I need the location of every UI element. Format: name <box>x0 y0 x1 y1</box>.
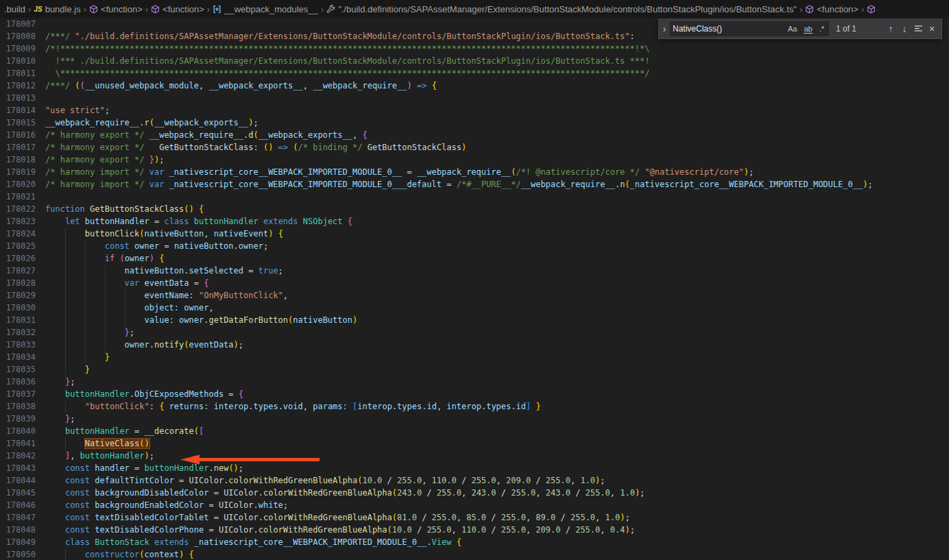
code-line[interactable]: const textDisabledColorPhone = UIColor.c… <box>36 524 949 536</box>
find-previous-button[interactable]: ↑ <box>884 22 898 36</box>
line-number[interactable]: 178034 <box>0 351 36 363</box>
code-line[interactable]: !*** ./build.definitions/SAPAssetManager… <box>36 55 949 67</box>
code-line[interactable]: if (owner) { <box>36 252 949 265</box>
code-line[interactable]: /* harmony import */ var _nativescript_c… <box>36 166 949 178</box>
code-line[interactable]: var eventData = { <box>36 277 949 289</box>
breadcrumb-item[interactable]: <function> <box>805 4 858 14</box>
find-next-button[interactable]: ↓ <box>898 22 911 36</box>
code-line[interactable]: object: owner, <box>36 302 949 314</box>
line-number[interactable]: 178049 <box>0 536 36 548</box>
line-number[interactable]: 178037 <box>0 388 36 400</box>
line-number[interactable]: 178035 <box>0 363 36 376</box>
line-number[interactable]: 178023 <box>0 215 36 228</box>
line-number[interactable]: 178046 <box>0 499 36 511</box>
line-number[interactable]: 178027 <box>0 265 36 277</box>
code-line[interactable]: }; <box>36 376 949 388</box>
breadcrumb-item[interactable]: .build <box>4 4 25 14</box>
line-number[interactable]: 178011 <box>0 67 36 80</box>
line-number[interactable]: 178012 <box>0 80 36 92</box>
line-number[interactable]: 178045 <box>0 487 36 499</box>
line-number[interactable]: 178041 <box>0 437 36 450</box>
line-number[interactable]: 178018 <box>0 154 36 166</box>
line-number[interactable]: 178030 <box>0 302 36 314</box>
line-number[interactable]: 178042 <box>0 450 36 462</box>
find-toggle-replace-chevron-icon[interactable]: › <box>659 23 670 34</box>
line-number[interactable]: 178050 <box>0 548 36 560</box>
line-number[interactable]: 178019 <box>0 166 36 178</box>
find-input[interactable]: NativeClass() Aa ab .* <box>670 21 829 36</box>
code-line[interactable]: /* harmony export */ GetButtonStackClass… <box>36 141 949 154</box>
code-line[interactable]: /*!*************************************… <box>36 42 949 55</box>
line-number[interactable]: 178038 <box>0 400 36 413</box>
line-number[interactable]: 178048 <box>0 524 36 536</box>
line-number[interactable]: 178039 <box>0 413 36 425</box>
code-line[interactable]: /* harmony export */ __webpack_require__… <box>36 129 949 141</box>
code-line[interactable]: } <box>36 351 949 363</box>
code-line[interactable]: const owner = nativeButton.owner; <box>36 240 949 252</box>
line-number[interactable]: 178025 <box>0 240 36 252</box>
code-line[interactable]: /* harmony import */ var _nativescript_c… <box>36 178 949 191</box>
line-number[interactable]: 178016 <box>0 129 36 141</box>
breadcrumb-item[interactable]: <function> <box>151 4 204 14</box>
code-line[interactable]: eventName: "OnMyButtonClick", <box>36 289 949 302</box>
code-line[interactable]: const defaultTintColor = UIColor.colorWi… <box>36 474 949 487</box>
line-number[interactable]: 178008 <box>0 30 36 42</box>
line-number[interactable]: 178007 <box>0 18 36 30</box>
code-line[interactable]: const backgroundDisabledColor = UIColor.… <box>36 487 949 499</box>
code-line[interactable] <box>36 191 949 203</box>
code-line[interactable]: } <box>36 363 949 376</box>
line-number[interactable]: 178044 <box>0 474 36 487</box>
find-close-button[interactable]: × <box>925 22 939 36</box>
line-number[interactable]: 178031 <box>0 314 36 326</box>
line-number[interactable]: 178036 <box>0 376 36 388</box>
code-line[interactable]: NativeClass() <box>36 437 949 450</box>
line-number[interactable]: 178043 <box>0 462 36 474</box>
code-line[interactable]: "buttonClick": { returns: interop.types.… <box>36 400 949 413</box>
breadcrumb-item[interactable] <box>867 5 876 14</box>
code-line[interactable]: const handler = buttonHandler.new(); <box>36 462 949 474</box>
code-line[interactable]: \***************************************… <box>36 67 949 80</box>
code-editor[interactable]: 178007178008/***/ "./build.definitions/S… <box>0 18 949 560</box>
code-line[interactable]: buttonClick(nativeButton, nativeEvent) { <box>36 228 949 240</box>
line-number[interactable]: 178020 <box>0 178 36 191</box>
line-number[interactable]: 178017 <box>0 141 36 154</box>
line-number[interactable]: 178013 <box>0 92 36 104</box>
regex-toggle-icon[interactable]: .* <box>817 24 826 34</box>
code-line[interactable]: owner.notify(eventData); <box>36 339 949 351</box>
line-number[interactable]: 178015 <box>0 117 36 129</box>
code-line[interactable] <box>36 92 949 104</box>
code-line[interactable]: const backgroundEnabledColor = UIColor.w… <box>36 499 949 511</box>
code-line[interactable]: nativeButton.setSelected = true; <box>36 265 949 277</box>
line-number[interactable]: 178010 <box>0 55 36 67</box>
breadcrumb-item[interactable]: <function> <box>89 4 143 14</box>
line-number[interactable]: 178040 <box>0 425 36 437</box>
find-in-selection-button[interactable] <box>911 22 925 36</box>
line-number[interactable]: 178029 <box>0 289 36 302</box>
whole-word-toggle-icon[interactable]: ab <box>802 24 814 34</box>
line-number[interactable]: 178021 <box>0 191 36 203</box>
code-line[interactable]: buttonHandler = __decorate([ <box>36 425 949 437</box>
code-line[interactable]: class ButtonStack extends _nativescript_… <box>36 536 949 548</box>
code-line[interactable]: /* harmony export */ }); <box>36 154 949 166</box>
line-number[interactable]: 178047 <box>0 511 36 524</box>
line-number[interactable]: 178024 <box>0 228 36 240</box>
code-line[interactable]: __webpack_require__.r(__webpack_exports_… <box>36 117 949 129</box>
code-line[interactable]: let buttonHandler = class buttonHandler … <box>36 215 949 228</box>
code-line[interactable]: "use strict"; <box>36 104 949 117</box>
breadcrumb-item[interactable]: JSbundle.js <box>34 4 80 14</box>
breadcrumb-item[interactable]: "./build.definitions/SAPAssetManager/Ext… <box>326 4 797 14</box>
code-line[interactable]: ], buttonHandler); <box>36 450 949 462</box>
line-number[interactable]: 178033 <box>0 339 36 351</box>
line-number[interactable]: 178022 <box>0 203 36 215</box>
code-line[interactable]: /***/ ((__unused_webpack_module, __webpa… <box>36 80 949 92</box>
code-line[interactable]: const textDisabledColorTablet = UIColor.… <box>36 511 949 524</box>
line-number[interactable]: 178028 <box>0 277 36 289</box>
line-number[interactable]: 178026 <box>0 252 36 265</box>
code-line[interactable]: }; <box>36 326 949 339</box>
breadcrumb-item[interactable]: __webpack_modules__ <box>213 4 318 14</box>
line-number[interactable]: 178009 <box>0 42 36 55</box>
line-number[interactable]: 178032 <box>0 326 36 339</box>
code-line[interactable]: constructor(context) { <box>36 548 949 560</box>
line-number[interactable]: 178014 <box>0 104 36 117</box>
match-case-toggle-icon[interactable]: Aa <box>786 24 799 34</box>
